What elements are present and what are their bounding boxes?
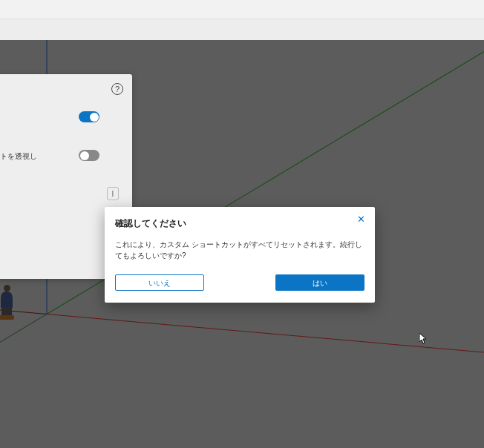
shortcut-key-field[interactable]: I (107, 187, 119, 200)
confirm-dialog: 確認してください ✕ これにより、カスタム ショートカットがすべてリセットされま… (105, 207, 375, 303)
yes-button[interactable]: はい (275, 274, 364, 291)
toggle-option-1[interactable] (79, 111, 99, 122)
axis-red (47, 314, 484, 360)
close-icon[interactable]: ✕ (356, 214, 366, 225)
toggle-option-2[interactable] (79, 150, 99, 161)
toolbar-top (0, 0, 484, 19)
toolbar-sub (0, 19, 484, 40)
no-button[interactable]: いいえ (115, 274, 204, 291)
dialog-body: これにより、カスタム ショートカットがすべてリセットされます。続行してもよろしい… (115, 239, 364, 261)
help-icon[interactable]: ? (111, 83, 123, 95)
scale-figure (0, 285, 18, 320)
dialog-title: 確認してください (115, 217, 364, 230)
axis-green-negative (0, 314, 47, 391)
